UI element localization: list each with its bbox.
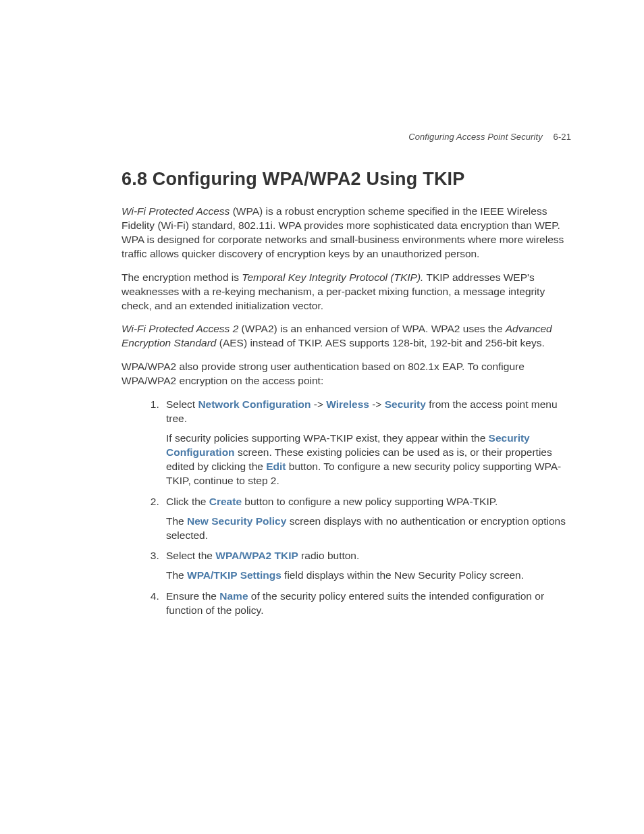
section-number: 6.8 [122,169,147,189]
page-number: 6-21 [554,132,571,142]
steps-list: Select Network Configuration -> Wireless… [122,398,571,618]
paragraph-1: Wi-Fi Protected Access (WPA) is a robust… [122,205,571,261]
term-wpa: Wi-Fi Protected Access [122,205,230,217]
step-2: Click the Create button to configure a n… [162,495,571,543]
ui-wpa-wpa2-tkip: WPA/WPA2 TKIP [215,550,298,561]
paragraph-2: The encryption method is Temporal Key In… [122,271,571,313]
step-2-detail: The New Security Policy screen displays … [166,515,571,543]
running-header: Configuring Access Point Security 6-21 [408,132,571,142]
section-heading: 6.8 Configuring WPA/WPA2 Using TKIP [122,169,571,190]
term-wpa2: Wi-Fi Protected Access 2 [122,323,238,334]
step-3: Select the WPA/WPA2 TKIP radio button. T… [162,549,571,583]
ui-create: Create [209,496,242,507]
ui-edit: Edit [266,461,286,472]
term-tkip: Temporal Key Integrity Protocol (TKIP). [242,271,423,283]
section-title: Configuring WPA/WPA2 Using TKIP [153,169,465,189]
document-page: Configuring Access Point Security 6-21 6… [0,0,644,834]
ui-wpa-tkip-settings: WPA/TKIP Settings [187,569,281,581]
running-title: Configuring Access Point Security [408,132,543,142]
step-1-detail: If security policies supporting WPA-TKIP… [166,432,571,488]
step-1: Select Network Configuration -> Wireless… [162,398,571,488]
ui-new-security-policy: New Security Policy [187,515,286,527]
content-body: 6.8 Configuring WPA/WPA2 Using TKIP Wi-F… [122,169,571,618]
step-4: Ensure the Name of the security policy e… [162,590,571,618]
ui-security: Security [385,398,426,410]
paragraph-4: WPA/WPA2 also provide strong user authen… [122,360,571,388]
ui-network-configuration: Network Configuration [198,398,311,410]
ui-wireless: Wireless [326,398,369,410]
paragraph-3: Wi-Fi Protected Access 2 (WPA2) is an en… [122,322,571,350]
step-3-detail: The WPA/TKIP Settings field displays wit… [166,569,571,583]
ui-name: Name [219,590,248,602]
